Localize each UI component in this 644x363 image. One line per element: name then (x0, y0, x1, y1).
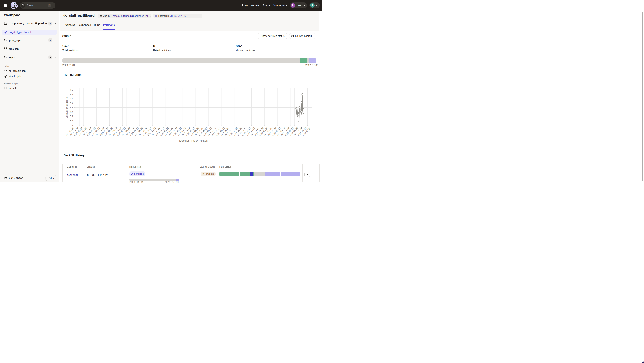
svg-text:7.5: 7.5 (70, 106, 73, 109)
svg-text:Execution time (secs): Execution time (secs) (66, 96, 68, 118)
svg-text:6.5: 6.5 (70, 115, 73, 118)
svg-text:7.0: 7.0 (70, 111, 73, 113)
svg-text:8.5: 8.5 (70, 98, 73, 100)
svg-text:8.0: 8.0 (70, 102, 73, 104)
svg-text:9.0: 9.0 (70, 93, 73, 96)
svg-text:6.0: 6.0 (70, 120, 73, 122)
svg-text:Execution Time by Partition: Execution Time by Partition (179, 140, 208, 142)
svg-text:5.5: 5.5 (70, 124, 73, 126)
svg-text:9.5: 9.5 (70, 89, 73, 92)
